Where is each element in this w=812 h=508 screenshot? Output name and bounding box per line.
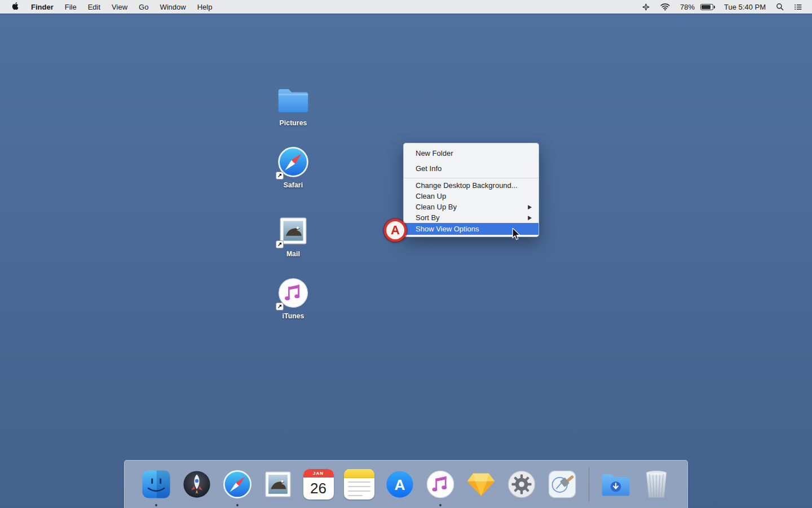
launchpad-icon xyxy=(181,468,213,500)
menu-item-label: Clean Up By xyxy=(416,203,457,211)
system-preferences-icon xyxy=(506,468,537,500)
menu-edit[interactable]: Edit xyxy=(82,0,106,14)
pictures-folder-icon xyxy=(277,84,310,116)
menu-edit-label: Edit xyxy=(88,3,100,11)
wifi-icon[interactable] xyxy=(656,0,674,14)
menu-bar-clock[interactable]: Tue 5:40 PM xyxy=(720,0,770,14)
menu-help-label: Help xyxy=(197,3,213,11)
menu-go-label: Go xyxy=(139,3,148,11)
dock-item-app-store[interactable]: A xyxy=(383,468,416,501)
menu-item-change-desktop-background[interactable]: Change Desktop Background... xyxy=(404,180,539,191)
menu-file[interactable]: File xyxy=(59,0,82,14)
apple-logo-icon xyxy=(11,2,20,12)
menu-window-label: Window xyxy=(160,3,186,11)
menu-go[interactable]: Go xyxy=(133,0,154,14)
menu-bar: Finder File Edit View Go Window Help 78%… xyxy=(0,0,812,14)
itunes-icon xyxy=(425,468,456,500)
menu-item-clean-up[interactable]: Clean Up xyxy=(404,191,539,202)
menu-item-show-view-options[interactable]: Show View Options xyxy=(404,223,539,235)
dock-item-launchpad[interactable] xyxy=(180,468,213,501)
app-store-icon: A xyxy=(384,468,416,500)
svg-text:A: A xyxy=(394,476,405,493)
menu-finder[interactable]: Finder xyxy=(25,0,59,14)
menu-item-label: New Folder xyxy=(416,149,453,157)
dock-item-finder[interactable] xyxy=(140,468,173,501)
dock-item-downloads[interactable] xyxy=(599,468,632,501)
menu-item-label: Change Desktop Background... xyxy=(416,181,518,190)
running-indicator-dot xyxy=(236,504,239,506)
battery-percent-label: 78% xyxy=(680,3,695,11)
submenu-arrow-icon: ▶ xyxy=(528,204,532,211)
menu-item-label: Sort By xyxy=(416,213,440,222)
menu-finder-label: Finder xyxy=(31,3,54,11)
dock: JAN 26 A xyxy=(124,460,688,508)
crosshair-status-icon[interactable] xyxy=(638,0,654,14)
battery-status[interactable]: 78% xyxy=(676,0,718,14)
menu-item-label: Get Info xyxy=(416,164,442,173)
menu-bar-left: Finder File Edit View Go Window Help xyxy=(6,0,218,14)
annotation-badge-a: A xyxy=(384,219,407,242)
menu-item-clean-up-by[interactable]: Clean Up By ▶ xyxy=(404,202,539,212)
menu-window[interactable]: Window xyxy=(154,0,191,14)
itunes-icon: ↗ xyxy=(277,277,310,309)
annotation-letter: A xyxy=(391,223,400,238)
calendar-day: 26 xyxy=(303,478,334,500)
clock-label: Tue 5:40 PM xyxy=(724,3,766,11)
desktop-icon-pictures[interactable]: Pictures xyxy=(266,84,320,127)
dock-item-mail[interactable] xyxy=(262,468,294,501)
downloads-folder-icon xyxy=(601,471,631,497)
menu-bar-status-area: 78% Tue 5:40 PM xyxy=(638,0,806,14)
dock-item-calendar[interactable]: JAN 26 xyxy=(302,468,335,501)
desktop-icon-label: iTunes xyxy=(283,312,304,320)
macos-desktop: { "menu_bar": { "items": [ {"label": "Fi… xyxy=(0,0,812,508)
mail-stamp-icon xyxy=(263,469,293,500)
desktop-icon-label: Safari xyxy=(284,181,303,189)
menu-item-sort-by[interactable]: Sort By ▶ xyxy=(404,212,539,223)
desktop-icon-label: Pictures xyxy=(280,119,307,127)
xcode-icon xyxy=(546,468,578,500)
menu-item-label: Show View Options xyxy=(416,225,479,233)
calendar-month: JAN xyxy=(303,469,334,478)
dock-item-sketch[interactable] xyxy=(465,468,497,501)
finder-icon xyxy=(140,468,172,500)
notes-icon xyxy=(344,469,374,500)
menu-item-new-folder[interactable]: New Folder xyxy=(404,146,539,161)
submenu-arrow-icon: ▶ xyxy=(528,214,532,221)
dock-item-xcode[interactable] xyxy=(546,468,579,501)
desktop-icon-safari[interactable]: ↗ Safari xyxy=(266,146,320,189)
safari-icon: ↗ xyxy=(277,146,310,178)
calendar-icon: JAN 26 xyxy=(303,469,334,500)
spotlight-icon[interactable] xyxy=(772,0,788,14)
running-indicator-dot xyxy=(155,504,157,506)
menu-separator xyxy=(404,178,539,178)
menu-item-label: Clean Up xyxy=(416,192,446,200)
sketch-icon xyxy=(465,468,497,500)
dock-item-trash[interactable] xyxy=(640,468,673,501)
dock-item-system-preferences[interactable] xyxy=(505,468,538,501)
menu-view[interactable]: View xyxy=(106,0,133,14)
safari-icon xyxy=(222,468,253,500)
mail-stamp-icon: ↗ xyxy=(277,214,310,247)
desktop-context-menu: New Folder Get Info Change Desktop Backg… xyxy=(403,143,539,237)
dock-item-itunes[interactable] xyxy=(424,468,457,501)
dock-item-notes[interactable] xyxy=(343,468,376,501)
notification-center-icon[interactable] xyxy=(790,0,806,14)
menu-item-get-info[interactable]: Get Info xyxy=(404,161,539,176)
alias-arrow-badge: ↗ xyxy=(276,303,284,310)
dock-separator xyxy=(589,467,589,502)
menu-view-label: View xyxy=(112,3,127,11)
menu-help[interactable]: Help xyxy=(192,0,218,14)
alias-arrow-badge: ↗ xyxy=(276,240,284,248)
running-indicator-dot xyxy=(439,504,442,506)
desktop-icon-label: Mail xyxy=(286,250,300,258)
alias-arrow-badge: ↗ xyxy=(276,172,284,179)
desktop-icon-mail[interactable]: ↗ Mail xyxy=(266,214,320,258)
dock-item-safari[interactable] xyxy=(221,468,254,501)
menu-file-label: File xyxy=(65,3,77,11)
apple-menu[interactable] xyxy=(6,0,25,14)
battery-icon xyxy=(700,4,713,10)
trash-icon xyxy=(642,468,670,500)
desktop-icon-itunes[interactable]: ↗ iTunes xyxy=(266,277,320,320)
